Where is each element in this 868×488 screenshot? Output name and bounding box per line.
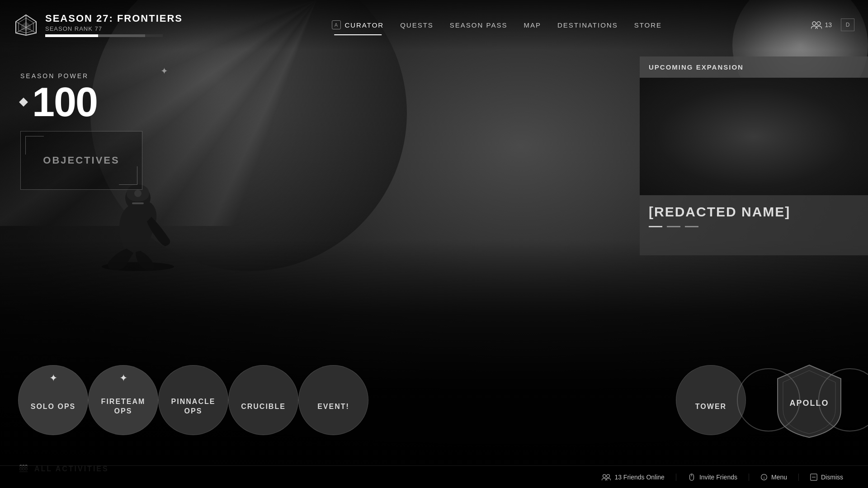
expansion-dot-3[interactable]: [685, 226, 698, 227]
friends-online-text: 13 Friends Online: [614, 474, 665, 481]
objectives-box[interactable]: OBJECTIVES: [20, 131, 142, 190]
activity-solo-ops[interactable]: ✦ SOLO OPS: [18, 365, 88, 435]
svg-point-19: [603, 474, 606, 478]
tower-label: TOWER: [695, 402, 726, 412]
expansion-content: [REDACTED NAME]: [640, 195, 868, 234]
pinnacle-ops-circle[interactable]: PINNACLEOPS: [158, 365, 228, 435]
power-diamond-icon: [19, 98, 28, 107]
nav-right: 13 D: [811, 19, 868, 31]
power-value: 100: [32, 82, 97, 122]
activity-tower[interactable]: TOWER: [676, 365, 746, 435]
svg-text:i: i: [764, 475, 764, 480]
tab-season-pass-label: SEASON PASS: [450, 21, 508, 29]
expansion-dots: [649, 226, 859, 227]
status-invite[interactable]: Invite Friends: [676, 474, 749, 481]
tab-curator-label: CURATOR: [344, 21, 384, 29]
status-menu[interactable]: i Menu: [749, 474, 799, 481]
star-icon-solo: ✦: [49, 372, 57, 384]
status-friends: 13 Friends Online: [590, 474, 676, 481]
star-icon-fireteam: ✦: [119, 372, 127, 384]
svg-point-11: [817, 22, 821, 25]
invite-friends-text: Invite Friends: [699, 474, 737, 481]
nav-tabs: A CURATOR QUESTS SEASON PASS MAP DESTINA…: [183, 17, 811, 33]
event-label: EVENT!: [317, 402, 349, 412]
tab-destinations[interactable]: DESTINATIONS: [549, 18, 626, 33]
status-friends-icon: [602, 474, 611, 481]
svg-point-10: [812, 22, 816, 25]
activity-apollo[interactable]: APOLLO: [769, 357, 850, 443]
expansion-label: UPCOMING EXPANSION: [640, 56, 868, 78]
season-title: SEASON 27: FRONTIERS: [45, 13, 183, 24]
activity-crucible[interactable]: CRUCIBLE: [228, 365, 298, 435]
power-value-container: 100: [20, 82, 97, 122]
expansion-dot-2[interactable]: [667, 226, 680, 227]
expansion-dot-1[interactable]: [649, 226, 662, 227]
solo-ops-label: SOLO OPS: [31, 402, 76, 412]
dismiss-text: Dismiss: [821, 474, 843, 481]
pinnacle-ops-label: PINNACLEOPS: [171, 397, 216, 416]
tab-destinations-label: DESTINATIONS: [557, 21, 618, 29]
crucible-circle[interactable]: CRUCIBLE: [228, 365, 298, 435]
fireteam-ops-label: FIRETEAMOPS: [101, 397, 146, 416]
expansion-image: [640, 78, 868, 195]
fireteam-ops-circle[interactable]: ✦ FIRETEAMOPS: [88, 365, 158, 435]
top-navigation: SEASON 27: FRONTIERS SEASON RANK 77 A CU…: [0, 0, 868, 50]
content-area: SEASON POWER 100 OBJECTIVES UPCOMING EXP…: [0, 50, 868, 488]
rank-progress-fill: [45, 34, 98, 37]
friends-count: 13: [825, 21, 832, 28]
menu-text: Menu: [771, 474, 787, 481]
roster-box[interactable]: D: [841, 19, 854, 31]
status-dismiss[interactable]: Dismiss: [799, 474, 854, 481]
tab-quests-label: QUESTS: [400, 21, 434, 29]
friends-icon: [811, 21, 822, 29]
logo-area: SEASON 27: FRONTIERS SEASON RANK 77: [0, 13, 183, 38]
activity-fireteam-ops[interactable]: ✦ FIRETEAMOPS: [88, 365, 158, 435]
info-icon: i: [760, 474, 768, 481]
expansion-title: [REDACTED NAME]: [649, 204, 859, 220]
objectives-label: OBJECTIVES: [43, 155, 119, 166]
solo-ops-circle[interactable]: ✦ SOLO OPS: [18, 365, 88, 435]
apollo-ring-left: [737, 368, 800, 432]
drone-icon: ✦: [160, 66, 168, 76]
friends-nav: 13: [811, 21, 832, 29]
tab-quests[interactable]: QUESTS: [392, 18, 442, 33]
crucible-label: CRUCIBLE: [241, 402, 286, 412]
mouse-icon: [688, 474, 696, 481]
rank-progress-bar: [45, 34, 163, 37]
season-rank: SEASON RANK 77: [45, 25, 183, 32]
tab-season-pass[interactable]: SEASON PASS: [442, 18, 516, 33]
season-power-section: SEASON POWER 100: [20, 72, 97, 122]
svg-point-20: [607, 474, 610, 478]
dismiss-icon: [810, 474, 817, 481]
tab-store[interactable]: STORE: [626, 18, 670, 33]
rank-progress-segment: [98, 34, 145, 37]
destiny-logo-icon: [14, 13, 38, 38]
expansion-panel[interactable]: UPCOMING EXPANSION [REDACTED NAME]: [640, 56, 868, 255]
activity-event[interactable]: EVENT!: [298, 365, 368, 435]
activity-pinnacle-ops[interactable]: PINNACLEOPS: [158, 365, 228, 435]
tab-map[interactable]: MAP: [515, 18, 549, 33]
season-power-label: SEASON POWER: [20, 72, 97, 80]
event-circle[interactable]: EVENT!: [298, 365, 368, 435]
tab-map-label: MAP: [524, 21, 541, 29]
tab-curator[interactable]: A CURATOR: [324, 17, 392, 33]
tab-store-label: STORE: [634, 21, 662, 29]
tab-key-a: A: [332, 20, 341, 29]
tower-circle[interactable]: TOWER: [676, 365, 746, 435]
activities-section: ✦ SOLO OPS ✦ FIRETEAMOPS PINNACLEOPS CRU…: [0, 357, 868, 443]
status-bar: 13 Friends Online Invite Friends i Menu …: [0, 465, 868, 488]
season-info: SEASON 27: FRONTIERS SEASON RANK 77: [45, 13, 183, 37]
apollo-shield[interactable]: APOLLO: [769, 357, 850, 443]
